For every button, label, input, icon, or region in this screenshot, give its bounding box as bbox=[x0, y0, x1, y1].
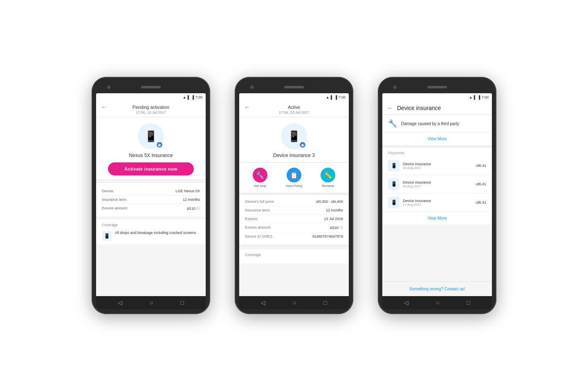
imei-value: 914807674847879 bbox=[312, 234, 343, 238]
phone-3-top bbox=[382, 83, 492, 92]
phone-2-top bbox=[239, 83, 349, 92]
home-nav-btn-3[interactable]: ○ bbox=[436, 299, 439, 306]
rename-label: Rename bbox=[322, 184, 334, 188]
phone-2-actions: 🔧 Get help 📋 View Policy ✏️ Rename bbox=[239, 163, 349, 195]
payment-item-1: 📱 Device insurance 31 Aug 2017 -zł6.41 bbox=[382, 157, 492, 175]
view-policy-circle: 📋 bbox=[287, 168, 301, 182]
phone-2-details: Device's full price: zł3,300 - zł4,400 I… bbox=[239, 195, 349, 247]
battery-icon: ▐ bbox=[191, 95, 194, 99]
home-nav-btn[interactable]: ○ bbox=[150, 299, 153, 306]
detail-row-expires: Expires: 13 Jul 2018 bbox=[245, 215, 343, 223]
payment-date-3: 17 Aug 2017 bbox=[403, 203, 472, 207]
phone-2: ▲ ▌ ▐ 7:00 ← Active 17:54, 13 Jul 2017 bbox=[235, 77, 353, 314]
phone-2-speaker bbox=[284, 86, 304, 88]
get-help-circle: 🔧 bbox=[253, 168, 267, 182]
time-display-3: 7:00 bbox=[481, 95, 489, 99]
payment-item-3: 📱 Device insurance 17 Aug 2017 -zł6.41 bbox=[382, 193, 492, 212]
back-arrow[interactable]: ← bbox=[101, 104, 107, 110]
get-help-action[interactable]: 🔧 Get help bbox=[253, 168, 267, 188]
recent-nav-btn-2[interactable]: □ bbox=[323, 299, 327, 306]
expires-value: 13 Jul 2018 bbox=[324, 217, 343, 221]
get-help-label: Get help bbox=[254, 184, 266, 188]
detail-row-fullprice: Device's full price: zł3,300 - zł4,400 bbox=[245, 198, 343, 206]
phone-2-header-row: ← Active bbox=[244, 105, 344, 110]
battery-icon-3: ▐ bbox=[478, 95, 480, 99]
expires-label: Expires: bbox=[245, 217, 258, 221]
recent-nav-btn-3[interactable]: □ bbox=[467, 299, 470, 306]
payment-amount-3: -zł6.41 bbox=[475, 200, 486, 204]
phone-1-coverage-section: Coverage 📱 All drops and breakage includ… bbox=[96, 220, 206, 244]
excess-value-2: zł220 ⓘ bbox=[330, 225, 343, 230]
battery-icon-2: ▐ bbox=[334, 95, 337, 99]
insurance-icon-bg-2: 📱 ⏰ bbox=[281, 123, 307, 149]
phone-2-screen: ▲ ▌ ▐ 7:00 ← Active 17:54, 13 Jul 2017 bbox=[239, 93, 349, 309]
phone-1-term-row: Insurance term: 12 months bbox=[102, 196, 200, 204]
payment-info-3: Device insurance 17 Aug 2017 bbox=[403, 199, 472, 207]
phone-2-header: ← Active 17:54, 13 Jul 2017 bbox=[239, 101, 349, 117]
excess-amount: zł110 bbox=[186, 207, 195, 211]
phone-1-excess-label: Excess amount: bbox=[102, 206, 128, 211]
phone-1-status-icons: ▲ ▌ ▐ 7:00 bbox=[183, 95, 202, 99]
payment-info-1: Device insurance 31 Aug 2017 bbox=[403, 162, 472, 170]
view-policy-action[interactable]: 📋 View Policy bbox=[286, 168, 303, 188]
phone-3-title: Device insurance bbox=[397, 105, 441, 111]
back-nav-btn-2[interactable]: ◁ bbox=[261, 299, 265, 306]
phone-2-status-icons: ▲ ▌ ▐ 7:00 bbox=[326, 95, 346, 99]
payment-item-2: 📱 Device insurance 24 Aug 2017 -zł6.41 bbox=[382, 175, 492, 193]
contact-button[interactable]: Something wrong? Contact us! bbox=[409, 287, 465, 291]
phone-1-screen: ▲ ▌ ▐ 7:00 ← Pending activation 17:56, 1… bbox=[96, 93, 206, 309]
view-more-1-button[interactable]: View More bbox=[427, 137, 447, 141]
phone-1-header: ← Pending activation 17:56, 13 Jul 2017 bbox=[96, 101, 206, 117]
time-display: 7:00 bbox=[195, 95, 202, 99]
damage-text: Damage caused by a third party bbox=[401, 121, 459, 126]
phone-1-info-section: Device: LGE Nexus 5X Insurance term: 12 … bbox=[96, 182, 206, 217]
back-arrow-3[interactable]: ← bbox=[387, 105, 393, 111]
clock-symbol-2: ⏰ bbox=[301, 143, 305, 147]
coverage-phone-icon: 📱 bbox=[102, 231, 112, 241]
phone-icon-2: 📱 bbox=[287, 130, 301, 143]
home-nav-btn-2[interactable]: ○ bbox=[293, 299, 296, 306]
info-circle-icon[interactable]: ⓘ bbox=[197, 206, 200, 211]
phone-1-top bbox=[96, 83, 206, 92]
detail-row-excess: Excess amount: zł220 ⓘ bbox=[245, 223, 343, 232]
payment-date-2: 24 Aug 2017 bbox=[403, 184, 472, 188]
payment-name-1: Device insurance bbox=[403, 162, 472, 166]
payment-icon-2: 📱 bbox=[388, 178, 399, 190]
activate-button[interactable]: Activate insurance now bbox=[108, 162, 193, 175]
time-display-2: 7:00 bbox=[338, 95, 346, 99]
payments-section: Payments 📱 Device insurance 31 Aug 2017 … bbox=[382, 148, 492, 212]
back-nav-btn-3[interactable]: ◁ bbox=[404, 299, 408, 306]
insurance-icon-bg: 📱 ⏰ bbox=[138, 123, 164, 149]
phone-3-screen: ▲ ▌ ▐ 7:00 ← Device insurance 🔧 Damage c… bbox=[382, 93, 492, 309]
phone-2-icon-area: 📱 ⏰ Device insurance 3 bbox=[239, 117, 349, 163]
signal-icon-2: ▌ bbox=[331, 95, 333, 99]
rename-circle: ✏️ bbox=[321, 168, 335, 182]
rename-action[interactable]: ✏️ Rename bbox=[321, 168, 335, 188]
phone-1-device-row: Device: LGE Nexus 5X bbox=[102, 187, 200, 196]
phones-container: ▲ ▌ ▐ 7:00 ← Pending activation 17:56, 1… bbox=[75, 52, 513, 339]
back-arrow-2[interactable]: ← bbox=[244, 104, 250, 110]
phone-1: ▲ ▌ ▐ 7:00 ← Pending activation 17:56, 1… bbox=[92, 77, 210, 314]
payment-icon-1: 📱 bbox=[388, 160, 399, 171]
phone-1-coverage-item: 📱 All drops and breakage including crack… bbox=[102, 230, 200, 241]
phone-1-speaker bbox=[141, 86, 161, 88]
phone-3: ▲ ▌ ▐ 7:00 ← Device insurance 🔧 Damage c… bbox=[378, 77, 496, 314]
phone-1-term-value: 12 months bbox=[183, 198, 200, 202]
info-icon-2[interactable]: ⓘ bbox=[340, 225, 343, 230]
payment-name-2: Device insurance bbox=[403, 180, 472, 184]
phone-1-device-name: Nexus 5X insurance bbox=[129, 153, 173, 158]
phone-icon: 📱 bbox=[144, 130, 157, 143]
phone-2-status-bar: ▲ ▌ ▐ 7:00 bbox=[239, 93, 349, 101]
fullprice-value: zł3,300 - zł4,400 bbox=[316, 200, 343, 204]
damage-section: 🔧 Damage caused by a third party bbox=[382, 115, 492, 133]
recent-nav-btn[interactable]: □ bbox=[180, 299, 184, 306]
phone-2-device-name: Device insurance 3 bbox=[273, 153, 315, 158]
payment-name-3: Device insurance bbox=[403, 199, 472, 203]
excess-label-2: Excess amount: bbox=[245, 225, 271, 230]
phone-2-bottom-nav: ◁ ○ □ bbox=[239, 296, 349, 309]
view-more-2-button[interactable]: View More bbox=[427, 216, 447, 220]
phone-1-excess-value: zł110 ⓘ bbox=[186, 206, 200, 211]
phone-1-content: 📱 ⏰ Nexus 5X insurance Activate insuranc… bbox=[96, 117, 206, 296]
phone-3-bottom-nav: ◁ ○ □ bbox=[382, 296, 492, 309]
back-nav-btn[interactable]: ◁ bbox=[118, 299, 122, 306]
